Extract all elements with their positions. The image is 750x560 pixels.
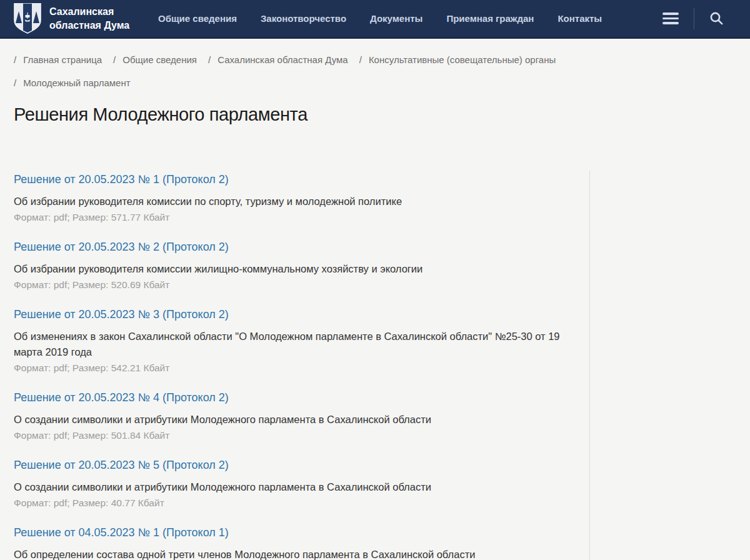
decision-link[interactable]: Решение от 20.05.2023 № 3 (Протокол 2) <box>14 308 229 322</box>
decision-description: О создании символики и атрибутики Молоде… <box>14 479 568 495</box>
decision-link[interactable]: Решение от 04.05.2023 № 1 (Протокол 1) <box>14 526 229 540</box>
breadcrumb-item-molodezhny: / Молодежный парламент <box>14 78 131 88</box>
breadcrumb-link-glavnaya[interactable]: Главная страница <box>23 54 102 65</box>
site-title-line2: областная Дума <box>49 19 141 32</box>
nav-item-zakonotvorchestvo[interactable]: Законотворчество <box>261 13 346 24</box>
decision-file-meta: Формат: pdf; Размер: 501.84 Кбайт <box>14 429 568 442</box>
breadcrumb-link-molodezhny[interactable]: Молодежный парламент <box>23 78 130 88</box>
breadcrumb-item-obshchie: / Общие сведения <box>113 54 197 65</box>
breadcrumb-separator: / <box>208 54 211 65</box>
decision-file-meta: Формат: pdf; Размер: 520.69 Кбайт <box>14 278 568 292</box>
page-title: Решения Молодежного парламента <box>14 104 736 126</box>
decision-file-meta: Формат: pdf; Размер: 542.21 Кбайт <box>14 361 568 375</box>
site-title[interactable]: Сахалинская областная Дума <box>49 5 141 32</box>
decision-list: Решение от 20.05.2023 № 1 (Протокол 2) О… <box>0 171 590 560</box>
navbar-right-controls <box>662 8 724 29</box>
hamburger-menu-icon[interactable] <box>662 12 679 24</box>
decision-link[interactable]: Решение от 20.05.2023 № 1 (Протокол 2) <box>14 173 229 187</box>
breadcrumb-link-organy[interactable]: Консультативные (совещательные) органы <box>369 54 556 65</box>
navbar-divider <box>694 8 694 29</box>
decision-link[interactable]: Решение от 20.05.2023 № 4 (Протокол 2) <box>14 391 229 405</box>
decision-item: Решение от 20.05.2023 № 5 (Протокол 2) О… <box>14 459 568 510</box>
breadcrumb-link-obshchie[interactable]: Общие сведения <box>122 54 197 65</box>
decision-item: Решение от 20.05.2023 № 1 (Протокол 2) О… <box>14 173 568 224</box>
site-title-line1: Сахалинская <box>49 5 141 19</box>
breadcrumb-item-duma: / Сахалинская областная Дума <box>208 54 348 65</box>
decision-file-meta: Формат: pdf; Размер: 571.77 Кбайт <box>14 211 568 224</box>
search-button[interactable] <box>709 11 724 26</box>
decision-item: Решение от 20.05.2023 № 3 (Протокол 2) О… <box>14 308 568 375</box>
breadcrumb: / Главная страница / Общие сведения / Са… <box>0 39 650 88</box>
search-icon <box>709 11 724 26</box>
breadcrumb-separator: / <box>14 54 16 65</box>
decision-item: Решение от 04.05.2023 № 1 (Протокол 1) О… <box>14 526 568 560</box>
nav-item-dokumenty[interactable]: Документы <box>370 13 422 24</box>
breadcrumb-separator: / <box>359 54 362 65</box>
breadcrumb-separator: / <box>113 54 116 65</box>
decision-description: Об избрании руководителя комиссии по спо… <box>14 194 568 209</box>
decision-description: О создании символики и атрибутики Молоде… <box>14 412 568 428</box>
breadcrumb-separator: / <box>14 78 16 88</box>
breadcrumb-item-home: / Главная страница <box>14 54 102 65</box>
nav-item-kontakty[interactable]: Контакты <box>558 13 602 24</box>
decision-description: Об изменениях в закон Сахалинской област… <box>14 329 568 360</box>
nav-item-priemnaya-grazhdan[interactable]: Приемная граждан <box>446 13 534 24</box>
right-column-empty <box>590 171 750 560</box>
decision-description: Об избрании руководителя комиссии жилищн… <box>14 261 568 277</box>
decision-file-meta: Формат: pdf; Размер: 40.77 Кбайт <box>14 496 568 510</box>
decision-link[interactable]: Решение от 20.05.2023 № 2 (Протокол 2) <box>14 241 229 254</box>
decision-description: Об определении состава одной трети члено… <box>14 547 568 560</box>
decision-item: Решение от 20.05.2023 № 4 (Протокол 2) О… <box>14 391 568 442</box>
top-navbar: Сахалинская областная Дума Общие сведени… <box>0 0 750 39</box>
content-area: Решение от 20.05.2023 № 1 (Протокол 2) О… <box>0 171 750 560</box>
main-navigation: Общие сведения Законотворчество Документ… <box>158 13 602 24</box>
breadcrumb-link-duma[interactable]: Сахалинская областная Дума <box>218 54 348 65</box>
decision-item: Решение от 20.05.2023 № 2 (Протокол 2) О… <box>14 241 568 292</box>
decision-link[interactable]: Решение от 20.05.2023 № 5 (Протокол 2) <box>14 459 229 472</box>
nav-item-obshchie-svedeniya[interactable]: Общие сведения <box>158 13 237 24</box>
breadcrumb-item-organy: / Консультативные (совещательные) органы <box>359 54 556 65</box>
sakhalin-coat-of-arms-logo[interactable] <box>14 3 41 34</box>
